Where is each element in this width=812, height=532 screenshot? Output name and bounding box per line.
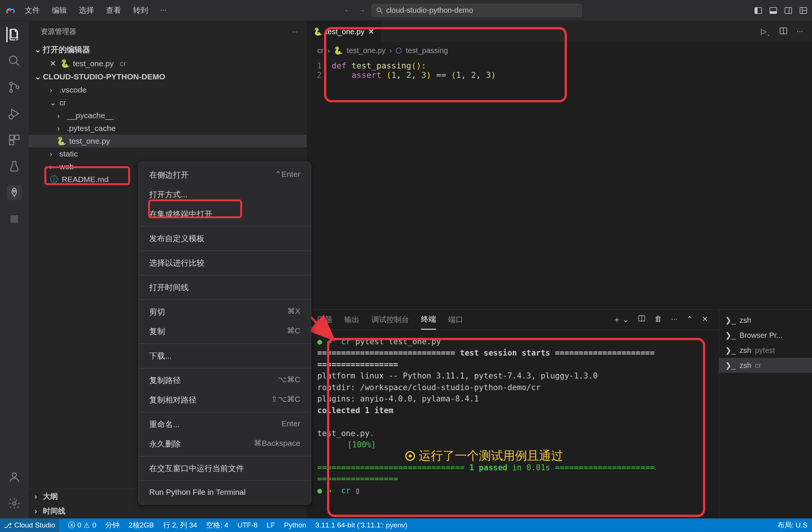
context-menu-item[interactable]: Run Python File in Terminal [139,483,311,501]
split-terminal-icon[interactable] [638,315,645,325]
panel-tab-problems[interactable]: 问题 [317,310,332,329]
sb-layout[interactable]: 布局: U.S [777,520,807,530]
warning-icon: ⚠ [83,521,90,530]
menu-file[interactable]: 文件 [20,3,45,18]
sb-cpu[interactable]: 2核2GB [129,520,154,530]
layout-bottom-icon[interactable] [769,6,777,15]
svg-rect-19 [15,135,19,139]
new-terminal-icon[interactable]: ＋ ⌄ [613,315,629,325]
titlebar: 文件 编辑 选择 查看 转到 ··· ← → cloud-studio-pyth… [0,0,812,21]
run-icon[interactable]: ▷⌄ [761,27,770,37]
context-menu-item[interactable]: 复制路径⌥⌘C [139,371,311,390]
file-test-one[interactable]: 🐍test_one.py [29,135,307,147]
settings-gear-icon[interactable] [7,496,22,511]
context-menu: 在侧边打开⌃Enter打开方式...在集成终端中打开发布自定义模板选择以进行比较… [138,162,311,505]
layout-customize-icon[interactable] [799,6,807,15]
context-menu-item[interactable]: 发布自定义模板 [139,229,311,248]
svg-point-11 [9,56,17,64]
menu-view[interactable]: 查看 [101,3,126,18]
panel-tab-output[interactable]: 输出 [344,310,359,329]
svg-point-15 [16,86,19,88]
svg-rect-22 [11,215,18,223]
maximize-panel-icon[interactable]: ⌃ [686,315,693,325]
menu-selection[interactable]: 选择 [74,3,99,18]
sidebar-more-icon[interactable]: ··· [292,27,298,36]
terminal-session[interactable]: ❯_zsh pytest [719,343,812,358]
folder-vscode[interactable]: ›.vscode [29,84,307,96]
app-logo-icon [5,5,17,17]
sb-time[interactable]: 分钟 [105,520,120,530]
breadcrumb[interactable]: cr› 🐍test_one.py› ⬡test_passing [307,42,812,59]
terminal-session[interactable]: ❯_Browser Pr... [719,328,812,343]
layout-right-icon[interactable] [784,6,792,15]
context-menu-item[interactable]: 在侧边打开⌃Enter [139,165,311,185]
account-icon[interactable] [7,470,22,485]
editor-more-icon[interactable]: ··· [797,27,803,37]
svg-point-17 [9,115,13,119]
context-menu-item[interactable]: 打开时间线 [139,278,311,297]
panel-more-icon[interactable]: ··· [671,315,677,325]
sb-eol[interactable]: LF [267,521,275,529]
code-editor[interactable]: 1def test_passing(): 2 assert (1, 2, 3) … [307,59,812,82]
folder-static[interactable]: ›static [29,147,307,160]
sb-encoding[interactable]: UTF-8 [238,521,258,529]
terminal-session[interactable]: ❯_zsh [719,313,812,328]
editor-area: 🐍 test_one.py ✕ ▷⌄ ··· cr› 🐍test_one.py›… [307,21,812,518]
context-menu-item[interactable]: 在集成终端中打开 [139,204,311,224]
extensions-icon[interactable] [7,132,22,147]
open-editors-section[interactable]: ⌄ 打开的编辑器 [29,42,307,57]
folder-pytest-cache[interactable]: ›.pytest_cache [29,122,307,135]
menu-edit[interactable]: 编辑 [47,3,72,18]
context-menu-item[interactable]: 打开方式... [139,185,311,204]
open-editor-item[interactable]: ✕ 🐍 test_one.py cr [29,57,307,70]
close-panel-icon[interactable]: ✕ [702,315,708,325]
testing-icon[interactable] [7,159,22,174]
panel-tab-terminal[interactable]: 终端 [421,310,436,330]
svg-point-0 [377,8,381,12]
context-menu-item[interactable]: 重命名...Enter [139,415,311,434]
terminal-session-active[interactable]: ❯_zsh cr [719,358,812,373]
sb-errors[interactable]: ⓧ0 ⚠0 [68,520,96,530]
source-control-icon[interactable] [7,80,22,95]
search-activity-icon[interactable] [7,53,22,68]
sb-remote[interactable]: ⎇Cloud Studio [0,518,59,532]
debug-icon[interactable] [7,106,22,121]
rocket-icon[interactable] [7,185,22,200]
command-center[interactable]: cloud-studio-python-demo [371,4,582,17]
terminal-output[interactable]: ● → cr pytest test_one.py ==============… [307,330,719,518]
sb-lang[interactable]: Python [284,521,306,529]
context-menu-item[interactable]: 复制⌘C [139,322,311,341]
statusbar: ⎇Cloud Studio ⓧ0 ⚠0 分钟 2核2GB 行 2, 列 34 空… [0,518,812,532]
error-icon: ⓧ [68,520,75,530]
blank-icon[interactable] [7,211,22,226]
context-menu-item[interactable]: 剪切⌘X [139,302,311,322]
context-menu-item[interactable]: 复制相对路径⇧⌥⌘C [139,390,311,410]
panel-tab-ports[interactable]: 端口 [448,310,463,329]
folder-cr[interactable]: ⌄cr [29,96,307,109]
panel-tab-debug[interactable]: 调试控制台 [371,310,409,329]
menu-more[interactable]: ··· [155,3,172,18]
sb-python-env[interactable]: 3.11.1 64-bit ('3.11.1': pyenv) [315,521,408,529]
kill-terminal-icon[interactable]: 🗑 [654,315,662,325]
layout-primary-icon[interactable] [754,6,762,15]
menu-go[interactable]: 转到 [128,3,153,18]
editor-tab[interactable]: 🐍 test_one.py ✕ [307,21,382,42]
folder-pycache[interactable]: ›__pycache__ [29,109,307,122]
context-menu-item[interactable]: 下载... [139,346,311,366]
nav-forward-icon[interactable]: → [358,6,365,15]
context-menu-item[interactable]: 选择以进行比较 [139,253,311,273]
sb-spaces[interactable]: 空格: 4 [206,520,228,530]
project-section[interactable]: ⌄ CLOUD-STUDIO-PYTHON-DEMO [29,70,307,84]
context-menu-item[interactable]: 永久删除⌘Backspace [139,434,311,454]
nav-back-icon[interactable]: ← [344,6,351,15]
explorer-icon[interactable] [6,27,21,42]
context-menu-item[interactable]: 在交互窗口中运行当前文件 [139,459,311,478]
timeline-section[interactable]: ›时间线 [29,504,307,518]
split-editor-icon[interactable] [779,27,788,37]
svg-line-1 [380,11,382,13]
chevron-down-icon: ⌄ [35,72,41,81]
close-icon[interactable]: ✕ [50,59,57,68]
sb-position[interactable]: 行 2, 列 34 [163,520,197,530]
terminal-icon: ❯_ [725,331,736,340]
close-tab-icon[interactable]: ✕ [368,27,374,36]
